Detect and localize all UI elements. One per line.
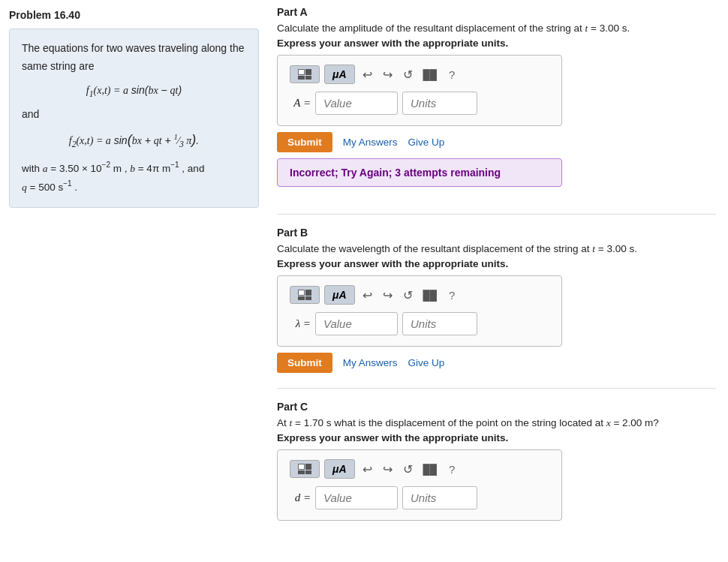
part-c-question: At t = 1.70 s what is the displacement o…	[277, 417, 716, 429]
undo-button-a[interactable]: ↩	[359, 66, 375, 83]
part-a-label: Part A	[277, 6, 716, 18]
part-c-instruction: Express your answer with the appropriate…	[277, 432, 716, 443]
part-c-label: Part C	[277, 401, 716, 413]
help-button-b[interactable]: ?	[444, 287, 459, 303]
reset-button-a[interactable]: ↺	[400, 66, 416, 83]
part-a-question: Calculate the amplitude of the resultant…	[277, 23, 716, 35]
problem-title: Problem 16.40	[9, 9, 259, 21]
part-a-answer-box: μΑ ↩ ↪ ↺ ██ ? A =	[277, 55, 562, 126]
help-button-c[interactable]: ?	[444, 461, 459, 477]
redo-button-a[interactable]: ↪	[380, 66, 396, 83]
part-a-my-answers-link[interactable]: My Answers	[343, 137, 398, 148]
and-label: and	[22, 106, 246, 124]
part-b-toolbar: μΑ ↩ ↪ ↺ ██ ?	[290, 285, 549, 305]
part-b-give-up-link[interactable]: Give Up	[408, 357, 445, 368]
problem-intro: The equations for two waves traveling al…	[22, 40, 246, 76]
part-b-var-label: λ =	[290, 317, 311, 330]
grid-button-b[interactable]	[290, 286, 320, 304]
part-c-var-label: d =	[290, 491, 311, 504]
left-panel: Problem 16.40 The equations for two wave…	[0, 0, 259, 562]
help-button-a[interactable]: ?	[444, 67, 459, 83]
part-b-question: Calculate the wavelength of the resultan…	[277, 243, 716, 255]
part-a-value-input[interactable]	[315, 92, 398, 115]
part-c-input-row: d =	[290, 486, 549, 509]
reset-button-c[interactable]: ↺	[400, 461, 416, 478]
part-b-answer-box: μΑ ↩ ↪ ↺ ██ ? λ =	[277, 275, 562, 347]
part-a-submit-button[interactable]: Submit	[277, 132, 332, 152]
equation1: f1(x,t) = a sin(bx − qt)	[22, 82, 246, 102]
part-b-my-answers-link[interactable]: My Answers	[343, 357, 398, 368]
part-a-give-up-link[interactable]: Give Up	[408, 137, 445, 148]
reset-button-b[interactable]: ↺	[400, 287, 416, 304]
part-a-instruction: Express your answer with the appropriate…	[277, 38, 716, 49]
part-a-units-input[interactable]	[402, 92, 477, 115]
grid-button-a[interactable]	[290, 65, 320, 83]
divider-bc	[277, 388, 716, 389]
part-b-input-row: λ =	[290, 312, 549, 335]
mu-button-b[interactable]: μΑ	[324, 285, 355, 305]
part-a-toolbar: μΑ ↩ ↪ ↺ ██ ?	[290, 65, 549, 84]
redo-button-b[interactable]: ↪	[380, 287, 396, 304]
part-b-units-input[interactable]	[402, 312, 477, 335]
part-c-units-input[interactable]	[402, 486, 477, 509]
grid-button-c[interactable]	[290, 460, 320, 478]
keyboard-button-b[interactable]: ██	[420, 288, 440, 302]
part-a-action-row: Submit My Answers Give Up	[277, 132, 716, 152]
part-b-label: Part B	[277, 227, 716, 239]
equation2: f2(x,t) = a sin(bx + qt + 1⁄3 π).	[22, 128, 246, 152]
keyboard-button-a[interactable]: ██	[420, 68, 440, 82]
part-b-section: Part B Calculate the wavelength of the r…	[277, 227, 716, 373]
undo-button-c[interactable]: ↩	[359, 461, 375, 478]
undo-button-b[interactable]: ↩	[359, 287, 375, 304]
mu-button-c[interactable]: μΑ	[324, 459, 355, 479]
right-panel: Part A Calculate the amplitude of the re…	[259, 0, 728, 562]
part-c-section: Part C At t = 1.70 s what is the displac…	[277, 401, 716, 527]
part-c-answer-box: μΑ ↩ ↪ ↺ ██ ? d =	[277, 449, 562, 521]
part-b-value-input[interactable]	[315, 312, 398, 335]
keyboard-button-c[interactable]: ██	[420, 462, 440, 476]
part-a-incorrect-banner: Incorrect; Try Again; 3 attempts remaini…	[277, 158, 562, 187]
problem-box: The equations for two waves traveling al…	[9, 29, 259, 208]
problem-params: with a = 3.50 × 10−2 m , b = 4π m−1 , an…	[22, 158, 246, 197]
part-a-var-label: A =	[290, 97, 311, 110]
part-a-input-row: A =	[290, 92, 549, 115]
part-a-section: Part A Calculate the amplitude of the re…	[277, 6, 716, 199]
divider-ab	[277, 214, 716, 215]
part-c-value-input[interactable]	[315, 486, 398, 509]
part-c-toolbar: μΑ ↩ ↪ ↺ ██ ?	[290, 459, 549, 479]
part-b-submit-button[interactable]: Submit	[277, 353, 332, 373]
part-b-instruction: Express your answer with the appropriate…	[277, 258, 716, 269]
part-b-action-row: Submit My Answers Give Up	[277, 353, 716, 373]
redo-button-c[interactable]: ↪	[380, 461, 396, 478]
mu-button-a[interactable]: μΑ	[324, 65, 355, 84]
